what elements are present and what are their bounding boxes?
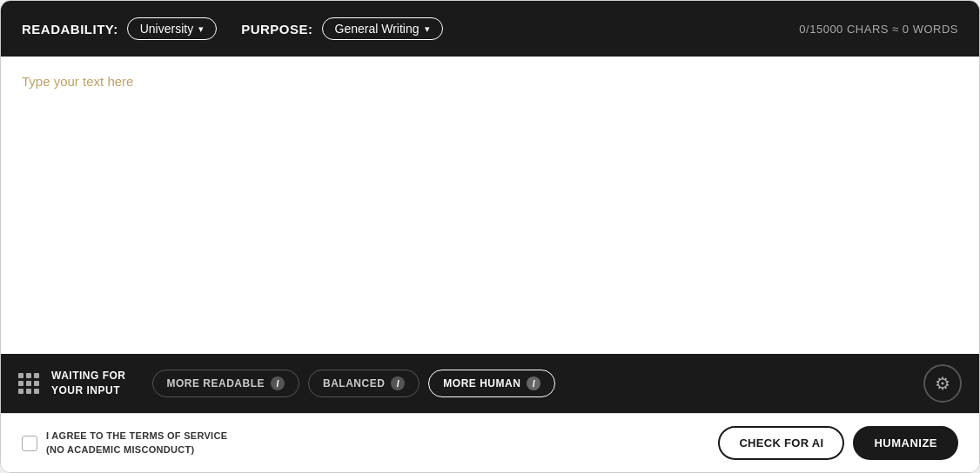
bottom-bar: I AGREE TO THE TERMS OF SERVICE (NO ACAD… [1,413,979,472]
gear-icon: ⚙ [935,373,950,394]
terms-row: I AGREE TO THE TERMS OF SERVICE (NO ACAD… [22,430,227,456]
balanced-info-icon[interactable]: i [391,376,405,390]
purpose-dropdown[interactable]: General Writing ▾ [322,17,443,40]
readability-chevron-icon: ▾ [198,23,204,35]
char-count: 0/15000 CHARS ≈ 0 WORDS [799,23,958,36]
readability-value: University [140,22,193,36]
more-human-label: MORE HUMAN [443,377,520,390]
text-input[interactable] [1,57,979,354]
more-human-button[interactable]: MORE HUMAN i [428,370,555,397]
bottom-toolbar: WAITING FOR YOUR INPUT MORE READABLE i B… [1,354,979,413]
balanced-button[interactable]: BALANCED i [308,370,420,397]
gear-button[interactable]: ⚙ [923,364,962,403]
more-human-info-icon[interactable]: i [527,376,540,390]
more-readable-button[interactable]: MORE READABLE i [152,370,300,397]
purpose-value: General Writing [335,22,420,36]
text-area-section [1,57,979,354]
grid-icon [18,373,39,394]
more-readable-label: MORE READABLE [167,377,265,390]
terms-checkbox[interactable] [22,436,37,451]
terms-text: I AGREE TO THE TERMS OF SERVICE (NO ACAD… [46,430,227,456]
humanize-button[interactable]: HUMANIZE [853,426,958,460]
status-text: WAITING FOR YOUR INPUT [51,369,126,398]
readability-label: READABILITY: [22,22,118,37]
more-readable-info-icon[interactable]: i [271,376,285,390]
mode-buttons: MORE READABLE i BALANCED i MORE HUMAN i [152,370,556,397]
check-for-ai-button[interactable]: CHECK FOR AI [718,426,844,460]
balanced-label: BALANCED [323,377,385,390]
readability-dropdown[interactable]: University ▾ [127,17,217,40]
app-container: READABILITY: University ▾ PURPOSE: Gener… [0,0,980,473]
header-bar: READABILITY: University ▾ PURPOSE: Gener… [1,1,979,57]
purpose-chevron-icon: ▾ [425,23,430,35]
purpose-label: PURPOSE: [241,22,312,37]
